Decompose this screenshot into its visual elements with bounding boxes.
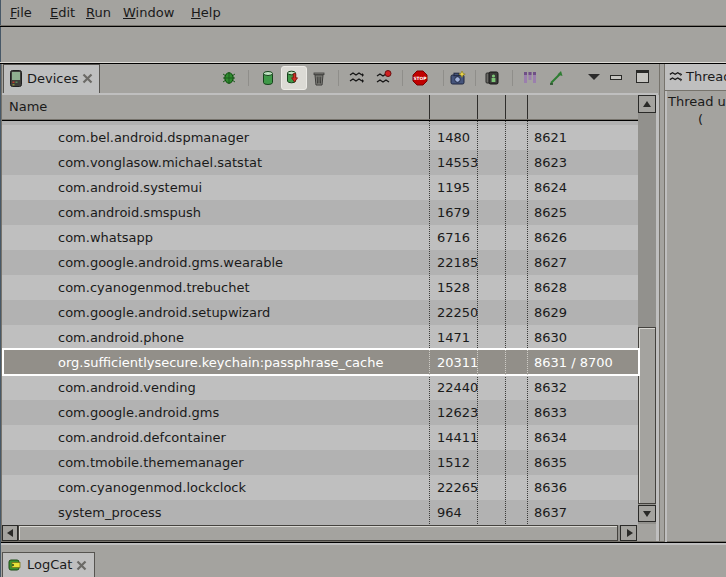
- menu-file[interactable]: File: [10, 0, 32, 25]
- threads-icon: [669, 70, 683, 84]
- process-row[interactable]: com.vonglasow.michael.satstat145538623: [2, 150, 638, 175]
- toolbar-separator: [338, 70, 339, 86]
- devices-panel-border-right: [659, 64, 660, 542]
- process-port: 8632: [534, 375, 567, 400]
- menu-window[interactable]: Window: [123, 0, 174, 25]
- process-pid: 22440: [437, 375, 478, 400]
- process-port: 8626: [534, 225, 567, 250]
- start-opengl-trace-icon[interactable]: [548, 70, 564, 86]
- process-port: 8636: [534, 475, 567, 500]
- dump-view-hierarchy-icon[interactable]: [485, 70, 501, 86]
- process-name: com.whatsapp: [58, 225, 153, 250]
- dump-hprof-icon[interactable]: [285, 70, 301, 86]
- process-pid: 6716: [437, 225, 470, 250]
- process-pid: 12623: [437, 400, 478, 425]
- menu-help[interactable]: Help: [191, 0, 221, 25]
- threads-message-line1: Thread up: [668, 94, 726, 109]
- scroll-right-button[interactable]: [620, 525, 637, 541]
- logcat-icon: [8, 558, 23, 572]
- process-row[interactable]: com.android.systemui11958624: [2, 175, 638, 200]
- process-port: 8625: [534, 200, 567, 225]
- process-row[interactable]: com.cyanogenmod.trebuchet15288628: [2, 275, 638, 300]
- process-pid: 1528: [437, 275, 470, 300]
- cause-gc-icon[interactable]: [311, 70, 327, 86]
- process-pid: 14411: [437, 425, 478, 450]
- column-gridline: [527, 121, 528, 525]
- minimize-icon[interactable]: [610, 75, 622, 80]
- process-name: com.android.vending: [58, 375, 196, 400]
- process-pid: 1512: [437, 450, 470, 475]
- process-row[interactable]: com.android.defcontainer144118634: [2, 425, 638, 450]
- process-pid: 1679: [437, 200, 470, 225]
- up-arrow-icon: [643, 101, 651, 107]
- debug-process-icon[interactable]: [221, 70, 237, 86]
- process-name: com.android.defcontainer: [58, 425, 226, 450]
- scroll-left-button[interactable]: [2, 525, 18, 541]
- update-threads-icon[interactable]: [349, 70, 365, 86]
- scroll-down-button[interactable]: [638, 505, 656, 522]
- process-row[interactable]: com.tmobile.thememanager15128635: [2, 450, 638, 475]
- column-divider[interactable]: [527, 95, 528, 119]
- process-row[interactable]: com.google.android.setupwizard222508629: [2, 300, 638, 325]
- column-divider[interactable]: [429, 95, 430, 119]
- process-pid: 22265: [437, 475, 478, 500]
- column-header-name[interactable]: Name: [9, 95, 47, 119]
- process-row-selected[interactable]: org.sufficientlysecure.keychain:passphra…: [2, 350, 638, 375]
- column-divider[interactable]: [505, 95, 506, 119]
- process-table: com.bel.android.dspmanager14808621com.vo…: [2, 121, 638, 525]
- down-arrow-icon: [643, 511, 651, 517]
- screen-capture-icon[interactable]: [450, 70, 466, 86]
- process-port: 8627: [534, 250, 567, 275]
- column-divider[interactable]: [477, 95, 478, 119]
- process-row[interactable]: com.android.phone14718630: [2, 325, 638, 350]
- stop-process-icon[interactable]: STOP: [412, 70, 428, 86]
- process-row[interactable]: com.cyanogenmod.lockclock222658636: [2, 475, 638, 500]
- toolbar-separator: [475, 70, 476, 86]
- toolbar-separator: [402, 70, 403, 86]
- process-pid: 964: [437, 500, 462, 525]
- maximize-icon[interactable]: [636, 70, 649, 83]
- process-port: 8624: [534, 175, 567, 200]
- process-row[interactable]: com.bel.android.dspmanager14808621: [2, 125, 638, 150]
- toolbar-separator: [443, 70, 444, 86]
- view-menu-icon[interactable]: [586, 73, 602, 81]
- table-header[interactable]: Name: [2, 95, 637, 119]
- process-pid: 1471: [437, 325, 470, 350]
- column-gridline: [477, 121, 478, 525]
- process-port: 8630: [534, 325, 567, 350]
- process-row[interactable]: com.google.android.gms126238633: [2, 400, 638, 425]
- scroll-up-button[interactable]: [638, 95, 656, 113]
- process-port: 8628: [534, 275, 567, 300]
- vertical-scrollbar-thumb[interactable]: [638, 327, 656, 504]
- process-row[interactable]: com.android.smspush16798625: [2, 200, 638, 225]
- tab-logcat-label: LogCat: [27, 553, 72, 576]
- column-gridline-selected: [527, 350, 528, 375]
- capture-systrace-icon[interactable]: [522, 70, 538, 86]
- process-row[interactable]: com.google.android.gms.wearable221858627: [2, 250, 638, 275]
- process-port: 8621: [534, 125, 567, 150]
- process-row[interactable]: com.android.vending224408632: [2, 375, 638, 400]
- device-phone-icon: [10, 70, 22, 87]
- tab-logcat[interactable]: LogCat: [2, 552, 95, 577]
- process-port: 8629: [534, 300, 567, 325]
- process-name: com.cyanogenmod.trebuchet: [58, 275, 250, 300]
- menu-edit[interactable]: Edit: [50, 0, 75, 25]
- tab-threads[interactable]: Threads: [667, 64, 726, 90]
- process-row[interactable]: com.whatsapp67168626: [2, 225, 638, 250]
- process-name: com.bel.android.dspmanager: [58, 125, 249, 150]
- process-name: com.google.android.gms.wearable: [58, 250, 283, 275]
- column-gridline-selected: [505, 350, 506, 375]
- tab-devices-close-icon[interactable]: [82, 73, 93, 84]
- tab-devices[interactable]: Devices: [3, 64, 100, 93]
- horizontal-scrollbar-thumb[interactable]: [18, 525, 618, 541]
- update-heap-icon[interactable]: [260, 70, 276, 86]
- process-pid: 1195: [437, 175, 470, 200]
- tab-logcat-close-icon[interactable]: [76, 560, 87, 571]
- process-row[interactable]: system_process9648637: [2, 500, 638, 525]
- menu-run[interactable]: Run: [86, 0, 111, 25]
- process-name: com.android.systemui: [58, 175, 202, 200]
- menubar: File Edit Run Window Help: [1, 0, 726, 25]
- start-method-profiling-icon[interactable]: [376, 70, 392, 86]
- menubar-border-dark: [0, 26, 726, 27]
- process-pid: 14553: [437, 150, 478, 175]
